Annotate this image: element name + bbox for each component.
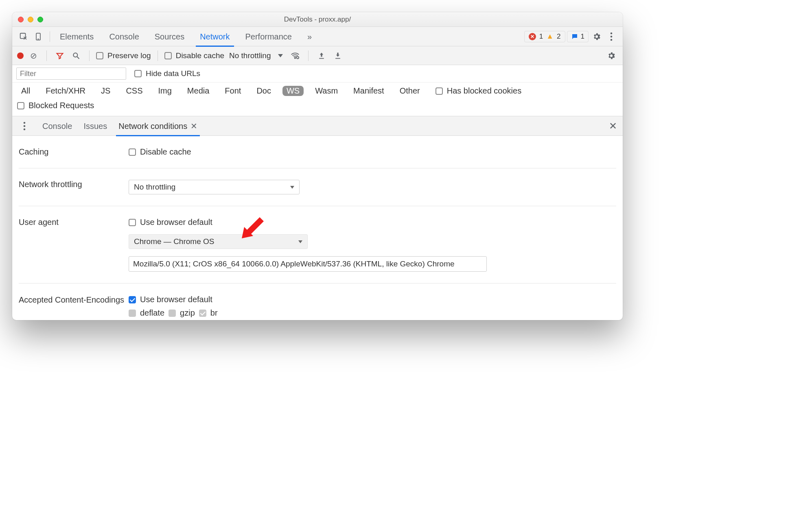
enc-gzip-checkbox bbox=[169, 310, 176, 317]
preserve-log-toggle[interactable]: Preserve log bbox=[96, 51, 151, 60]
search-icon[interactable] bbox=[70, 49, 83, 62]
drawer-tab-console[interactable]: Console bbox=[42, 116, 72, 136]
disable-cache-toggle[interactable]: Disable cache bbox=[164, 51, 224, 60]
throttling-dropdown[interactable]: No throttling bbox=[229, 51, 283, 60]
window-controls bbox=[12, 17, 43, 22]
kebab-menu-icon[interactable] bbox=[605, 30, 618, 43]
dropdown-caret-icon bbox=[278, 54, 283, 57]
preserve-log-checkbox[interactable] bbox=[96, 52, 103, 59]
titlebar: DevTools - proxx.app/ bbox=[12, 12, 623, 27]
download-har-icon[interactable] bbox=[331, 49, 344, 62]
caching-disable-toggle[interactable]: Disable cache bbox=[129, 147, 191, 157]
caching-disable-label: Disable cache bbox=[140, 147, 191, 157]
tab-network[interactable]: Network bbox=[198, 27, 231, 46]
svg-point-5 bbox=[611, 39, 613, 41]
status-badges[interactable]: ✕ 1 ▲ 2 bbox=[524, 31, 565, 42]
drawer-tab-network-conditions-label: Network conditions bbox=[118, 116, 187, 136]
issues-badge[interactable]: 1 bbox=[567, 31, 589, 42]
network-settings-icon[interactable] bbox=[605, 49, 618, 62]
drawer-tab-issues[interactable]: Issues bbox=[83, 116, 107, 136]
blocked-requests-checkbox[interactable] bbox=[17, 102, 24, 109]
ua-select[interactable]: Chrome — Chrome OS bbox=[129, 234, 308, 249]
filter-fetch[interactable]: Fetch/XHR bbox=[42, 86, 90, 96]
enc-gzip-label: gzip bbox=[180, 308, 195, 318]
tab-performance[interactable]: Performance bbox=[244, 27, 294, 46]
user-agent-label: User agent bbox=[19, 218, 129, 227]
blocked-requests-label: Blocked Requests bbox=[28, 101, 94, 110]
ua-string-input[interactable] bbox=[129, 256, 487, 272]
separator bbox=[308, 50, 309, 61]
separator bbox=[50, 31, 50, 42]
caching-disable-checkbox[interactable] bbox=[129, 148, 136, 156]
enc-default-checkbox[interactable] bbox=[129, 296, 136, 303]
close-window-button[interactable] bbox=[18, 17, 24, 22]
hide-data-urls-checkbox[interactable] bbox=[134, 70, 142, 77]
ua-default-checkbox[interactable] bbox=[129, 219, 136, 226]
row-encodings: Accepted Content-Encodings Use browser d… bbox=[19, 283, 616, 320]
filter-manifest[interactable]: Manifest bbox=[349, 86, 388, 96]
drawer-menu-icon[interactable] bbox=[18, 120, 31, 133]
throttling-select[interactable]: No throttling bbox=[129, 180, 300, 194]
tab-elements[interactable]: Elements bbox=[58, 27, 95, 46]
disable-cache-checkbox[interactable] bbox=[164, 52, 172, 59]
filter-icon[interactable] bbox=[53, 49, 66, 62]
ua-select-value: Chrome — Chrome OS bbox=[134, 237, 214, 246]
caching-label: Caching bbox=[19, 147, 129, 157]
clear-icon[interactable]: ⊘ bbox=[27, 49, 40, 62]
filter-css[interactable]: CSS bbox=[122, 86, 147, 96]
close-tab-icon[interactable]: ✕ bbox=[190, 116, 197, 136]
settings-icon[interactable] bbox=[590, 30, 603, 43]
row-user-agent: User agent Use browser default Chrome — … bbox=[19, 206, 616, 283]
enc-default-toggle[interactable]: Use browser default bbox=[129, 295, 212, 304]
hide-data-urls-toggle[interactable]: Hide data URLs bbox=[134, 69, 200, 78]
minimize-window-button[interactable] bbox=[28, 17, 33, 22]
svg-point-12 bbox=[24, 128, 26, 130]
drawer-tabstrip: Console Issues Network conditions ✕ ✕ bbox=[12, 116, 623, 136]
filter-js[interactable]: JS bbox=[97, 86, 114, 96]
filter-font[interactable]: Font bbox=[221, 86, 245, 96]
has-blocked-cookies-toggle[interactable]: Has blocked cookies bbox=[436, 86, 521, 96]
issues-count: 1 bbox=[581, 33, 584, 41]
filter-ws[interactable]: WS bbox=[282, 86, 304, 96]
enc-default-label: Use browser default bbox=[140, 295, 212, 304]
svg-point-11 bbox=[24, 125, 26, 127]
encodings-label: Accepted Content-Encodings bbox=[19, 295, 129, 305]
filter-all[interactable]: All bbox=[17, 86, 34, 96]
blocked-requests-row: Blocked Requests bbox=[12, 99, 623, 116]
blocked-requests-toggle[interactable]: Blocked Requests bbox=[17, 101, 94, 110]
separator bbox=[89, 50, 90, 61]
tab-more[interactable]: » bbox=[306, 27, 313, 46]
close-drawer-icon[interactable]: ✕ bbox=[609, 120, 617, 132]
separator bbox=[158, 50, 158, 61]
zoom-window-button[interactable] bbox=[37, 17, 43, 22]
filter-input[interactable] bbox=[16, 68, 126, 80]
ua-default-label: Use browser default bbox=[140, 218, 212, 227]
upload-har-icon[interactable] bbox=[315, 49, 328, 62]
disable-cache-label: Disable cache bbox=[176, 51, 224, 60]
tab-sources[interactable]: Sources bbox=[153, 27, 186, 46]
error-count: 1 bbox=[539, 33, 543, 41]
svg-point-4 bbox=[611, 35, 613, 37]
enc-br-label: br bbox=[210, 308, 218, 318]
has-blocked-cookies-checkbox[interactable] bbox=[436, 87, 443, 95]
toggle-device-icon[interactable] bbox=[32, 30, 45, 43]
preserve-log-label: Preserve log bbox=[107, 51, 151, 60]
inspect-element-icon[interactable] bbox=[17, 30, 30, 43]
svg-point-3 bbox=[611, 32, 613, 34]
hide-data-urls-label: Hide data URLs bbox=[146, 69, 200, 78]
drawer-tab-network-conditions[interactable]: Network conditions ✕ bbox=[118, 116, 197, 136]
filter-wasm[interactable]: Wasm bbox=[311, 86, 342, 96]
tab-console[interactable]: Console bbox=[107, 27, 140, 46]
throttling-label: Network throttling bbox=[19, 180, 129, 189]
ua-default-toggle[interactable]: Use browser default bbox=[129, 218, 212, 227]
svg-point-8 bbox=[295, 57, 296, 59]
error-icon: ✕ bbox=[529, 33, 536, 40]
filter-doc[interactable]: Doc bbox=[252, 86, 275, 96]
network-conditions-icon[interactable] bbox=[289, 49, 302, 62]
record-button[interactable] bbox=[17, 52, 24, 59]
filter-other[interactable]: Other bbox=[396, 86, 424, 96]
enc-deflate-checkbox bbox=[129, 310, 136, 317]
filter-img[interactable]: Img bbox=[154, 86, 176, 96]
filter-media[interactable]: Media bbox=[183, 86, 213, 96]
enc-deflate-label: deflate bbox=[140, 308, 164, 318]
